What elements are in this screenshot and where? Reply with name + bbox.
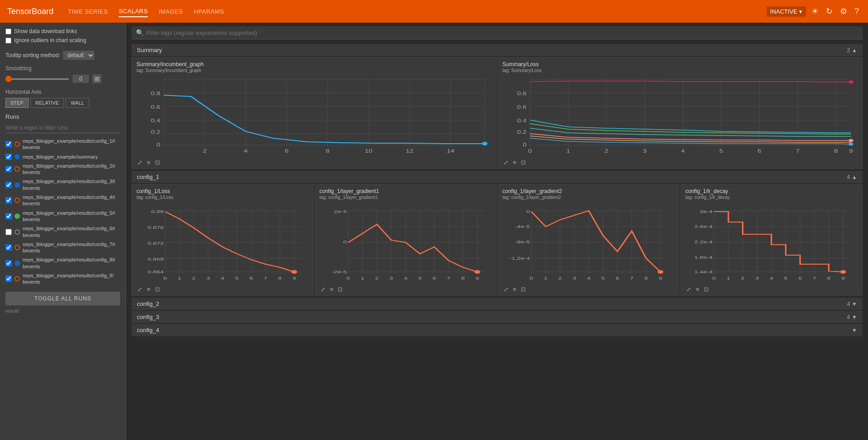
svg-text:5: 5 xyxy=(418,276,422,281)
run-color-5 xyxy=(15,213,20,219)
svg-text:8: 8 xyxy=(834,149,838,154)
svg-text:3: 3 xyxy=(756,276,759,281)
chart-svg-c1-grad2: 0 -4e-5 -8e-5 -1.2e-4 0 1 2 3 4 5 6 7 8 … xyxy=(503,202,675,283)
nav-hparams[interactable]: HPARAMS xyxy=(194,6,224,17)
chart-config1-grad1: config_1/layer_gradient1 tag: config_1/l… xyxy=(315,184,497,296)
svg-text:0: 0 xyxy=(523,142,526,148)
smoothing-input[interactable]: 0 xyxy=(73,75,89,83)
section-header-config1[interactable]: config_1 4 ▲ xyxy=(131,171,863,183)
smoothing-btn[interactable]: ⊞ xyxy=(92,74,102,83)
runs-label: Runs xyxy=(5,113,120,120)
nav-scalars[interactable]: SCALARS xyxy=(119,6,148,17)
show-data-links-checkbox[interactable]: Show data download links xyxy=(5,28,120,34)
download-icon[interactable]: ⊡ xyxy=(154,158,161,167)
section-count-config1: 4 ▲ xyxy=(847,174,857,180)
section-header-summary[interactable]: Summary 2 ▲ xyxy=(131,44,863,56)
svg-text:0: 0 xyxy=(343,240,347,245)
haxis-wall-btn[interactable]: WALL xyxy=(66,98,89,108)
runs-filter-input[interactable] xyxy=(5,123,120,133)
menu-c1-loss[interactable]: ≡ xyxy=(146,285,151,294)
expand-c1-lrdecay[interactable]: ⤢ xyxy=(685,285,692,294)
run-item-9[interactable]: neps_tblogger_example/results/config_9/b… xyxy=(5,272,120,285)
svg-text:2e-5: 2e-5 xyxy=(334,209,347,214)
run-item-6[interactable]: neps_tblogger_example/results/config_6/t… xyxy=(5,225,120,238)
svg-text:0: 0 xyxy=(526,209,530,214)
svg-point-61 xyxy=(849,143,853,146)
download-c1-lrdecay[interactable]: ⊡ xyxy=(703,285,710,294)
expand-c1-loss[interactable]: ⤢ xyxy=(136,285,143,294)
run-item-0[interactable]: neps_tblogger_example/results/config_1/t… xyxy=(5,138,120,151)
run-item-4[interactable]: neps_tblogger_example/results/config_4/t… xyxy=(5,194,120,207)
nav-images[interactable]: IMAGES xyxy=(159,6,183,17)
run-item-3[interactable]: neps_tblogger_example/results/config_3/t… xyxy=(5,178,120,191)
menu-c1-lrdecay[interactable]: ≡ xyxy=(695,285,700,294)
smoothing-slider[interactable] xyxy=(5,78,69,80)
brightness-icon[interactable]: ☀ xyxy=(810,5,820,18)
run-color-6 xyxy=(15,229,20,235)
haxis-relative-btn[interactable]: RELATIVE xyxy=(30,98,64,108)
main-content: 🔍 Summary 2 ▲ Summary/Incumbent_graph ta… xyxy=(126,23,868,440)
chart-summary-incumbent: Summary/Incumbent_graph tag: Summary/Inc… xyxy=(131,57,497,169)
expand-icon[interactable]: ⤢ xyxy=(136,158,143,167)
download-c1-grad2[interactable]: ⊡ xyxy=(520,285,527,294)
run-item-2[interactable]: neps_tblogger_example/results/config_2/t… xyxy=(5,163,120,176)
menu-c1-grad2[interactable]: ≡ xyxy=(512,285,518,294)
expand-c1-grad2[interactable]: ⤢ xyxy=(503,285,509,294)
svg-text:9: 9 xyxy=(849,149,853,154)
search-input[interactable] xyxy=(146,29,858,36)
svg-text:1: 1 xyxy=(361,276,364,281)
chart-svg-c1-grad1: 2e-5 0 -2e-5 0 1 2 3 4 5 6 7 8 9 xyxy=(320,202,492,283)
download-c1-loss[interactable]: ⊡ xyxy=(154,285,161,294)
chart-controls-c1-grad2: ⤢ ≡ ⊡ xyxy=(503,285,675,294)
chart-controls-c1-lrdecay: ⤢ ≡ ⊡ xyxy=(685,285,858,294)
nav-time-series[interactable]: TIME SERIES xyxy=(68,6,108,17)
section-header-config3[interactable]: config_3 4 ▼ xyxy=(131,311,863,323)
menu-icon-loss[interactable]: ≡ xyxy=(512,158,518,167)
refresh-icon[interactable]: ↻ xyxy=(824,5,834,18)
run-item-5[interactable]: neps_tblogger_example/results/config_5/t… xyxy=(5,210,120,223)
run-item-7[interactable]: neps_tblogger_example/results/config_7/t… xyxy=(5,241,120,254)
svg-text:0.88: 0.88 xyxy=(151,209,164,214)
svg-text:6: 6 xyxy=(432,276,436,281)
chart-svg-c1-lrdecay: 3e-4 2.6e-4 2.2e-4 1.8e-4 1.4e-4 0 1 2 3… xyxy=(685,202,858,283)
run-item-1[interactable]: neps_tblogger_example/summary xyxy=(5,154,120,160)
chart-tag-loss: tag: Summary/Loss xyxy=(503,68,858,73)
chart-controls-incumbent: ⤢ ≡ ⊡ xyxy=(136,158,492,167)
svg-text:1: 1 xyxy=(727,276,730,281)
svg-text:1.4e-4: 1.4e-4 xyxy=(694,270,713,275)
svg-text:2.2e-4: 2.2e-4 xyxy=(694,240,713,245)
smoothing-label: Smoothing xyxy=(5,65,120,72)
toggle-all-runs-button[interactable]: TOGGLE ALL RUNS xyxy=(5,292,120,305)
settings-icon[interactable]: ⚙ xyxy=(838,5,849,18)
haxis-buttons: STEP RELATIVE WALL xyxy=(5,98,120,108)
tooltip-select[interactable]: default xyxy=(63,51,94,60)
svg-text:0.872: 0.872 xyxy=(148,241,164,246)
ignore-outliers-checkbox[interactable]: Ignore outliers in chart scaling xyxy=(5,37,120,44)
svg-text:4: 4 xyxy=(681,149,684,154)
svg-rect-0 xyxy=(136,75,492,156)
svg-text:2.6e-4: 2.6e-4 xyxy=(694,224,713,229)
svg-text:0.6: 0.6 xyxy=(151,105,160,110)
svg-text:6: 6 xyxy=(757,149,761,154)
section-header-config4[interactable]: config_4 ▼ xyxy=(131,324,863,336)
download-icon-loss[interactable]: ⊡ xyxy=(520,158,527,167)
section-header-config2[interactable]: config_2 4 ▼ xyxy=(131,298,863,310)
run-item-8[interactable]: neps_tblogger_example/results/config_8/t… xyxy=(5,256,120,270)
svg-text:0.4: 0.4 xyxy=(517,118,526,124)
expand-icon-loss[interactable]: ⤢ xyxy=(503,158,509,167)
run-color-8 xyxy=(15,261,20,266)
svg-text:7: 7 xyxy=(795,149,799,154)
haxis-step-btn[interactable]: STEP xyxy=(5,98,29,108)
menu-icon[interactable]: ≡ xyxy=(146,158,151,167)
svg-text:6: 6 xyxy=(616,276,619,281)
svg-text:7: 7 xyxy=(447,276,451,281)
haxis-label: Horizontal Axis xyxy=(5,89,120,95)
svg-text:3: 3 xyxy=(389,276,393,281)
svg-text:9: 9 xyxy=(292,276,296,281)
download-c1-grad1[interactable]: ⊡ xyxy=(337,285,344,294)
expand-c1-grad1[interactable]: ⤢ xyxy=(320,285,326,294)
status-dropdown[interactable]: INACTIVE ▾ xyxy=(766,6,806,17)
chart-title-c1-lrdecay: config_1/lr_decay xyxy=(685,188,858,194)
menu-c1-grad1[interactable]: ≡ xyxy=(329,285,335,294)
help-icon[interactable]: ? xyxy=(853,5,861,18)
